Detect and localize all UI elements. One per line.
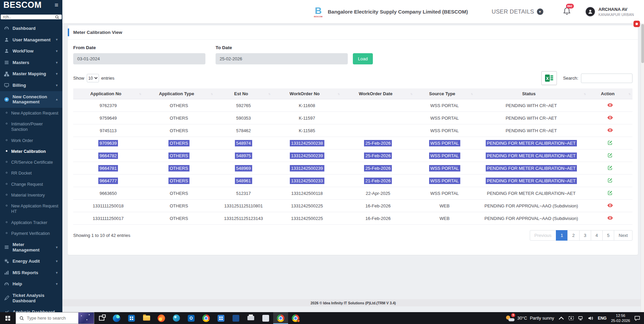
table-cell: PENDING FOR APPROVAL~AAO (Subdivision): [475, 212, 588, 225]
printer-app-icon[interactable]: [243, 312, 258, 324]
edit-action-icon[interactable]: [607, 153, 613, 158]
sidebar-subitem-new-application-request[interactable]: New Application Request: [0, 108, 62, 119]
to-date-input[interactable]: [216, 53, 348, 64]
sidebar-navigation: DashboardUser Management▼WorkFlow▼Master…: [0, 21, 62, 312]
page-button-2[interactable]: 2: [567, 230, 579, 241]
light-app-icon[interactable]: [258, 312, 273, 324]
page-button-1[interactable]: 1: [556, 230, 568, 241]
microsoft-store-icon[interactable]: [124, 312, 139, 324]
chrome-active-icon[interactable]: [273, 312, 288, 324]
sidebar-item-user-management[interactable]: User Management▼: [0, 34, 62, 46]
table-cell: PENDING FOR METER CALIBRATION~AET: [475, 162, 588, 175]
user-details-dropdown[interactable]: USER DETAILS ▼: [491, 8, 543, 15]
page-size-select[interactable]: 10: [87, 74, 99, 82]
view-action-icon[interactable]: [607, 115, 613, 120]
table-row: 9709639OTHERS548974133124250023825-Feb-2…: [73, 137, 632, 149]
sidebar-subitem-intimation-power-sanction[interactable]: Intimation/Power Sanction: [0, 119, 62, 135]
sidebar-item-workflow[interactable]: WorkFlow▼: [0, 45, 62, 57]
column-header-application-no[interactable]: Application No↑↓: [73, 88, 143, 99]
edge-browser-icon[interactable]: [109, 312, 124, 324]
taskbar-search[interactable]: [16, 312, 94, 324]
search-highlights-icon[interactable]: [78, 312, 94, 324]
column-header-est-no[interactable]: Est No↑↓: [215, 88, 272, 99]
sidebar-subitem-change-request[interactable]: Change Request: [0, 179, 62, 190]
action-center-icon[interactable]: [635, 316, 640, 321]
sidebar-subitem-meter-calibration[interactable]: Meter Calibration: [0, 146, 62, 157]
notifications-button[interactable]: 892: [563, 7, 571, 17]
cast-icon[interactable]: [568, 316, 574, 321]
table-search-input[interactable]: [581, 74, 632, 83]
next-page-button[interactable]: Next: [614, 230, 632, 241]
show-label: Show: [73, 76, 84, 81]
globe-app-icon[interactable]: [169, 312, 184, 324]
sidebar-item-ticket-analysis-dashboard[interactable]: Ticket Analysis Dashboard: [0, 290, 62, 306]
record-indicator-icon[interactable]: [633, 21, 640, 27]
sidebar-item-dashboard[interactable]: Dashboard: [0, 23, 62, 34]
sidebar-item-label: New Connection Management: [13, 94, 52, 105]
load-button[interactable]: Load: [353, 53, 373, 64]
scrollbar-thumb[interactable]: [641, 24, 644, 63]
export-excel-button[interactable]: X: [541, 71, 557, 85]
column-header-workorder-no[interactable]: WorkOrder No↑↓: [272, 88, 342, 99]
sidebar-item-meter-management[interactable]: Meter Management▼: [0, 239, 62, 256]
outlook-icon[interactable]: O: [184, 312, 199, 324]
start-button[interactable]: [0, 312, 16, 324]
table-cell: 548975: [215, 149, 272, 162]
taskbar-search-input[interactable]: [27, 316, 76, 321]
page-button-5[interactable]: 5: [602, 230, 614, 241]
firefox-browser-icon[interactable]: [154, 312, 169, 324]
page-scrollbar[interactable]: [641, 23, 644, 312]
sidebar-subitem-application-tracker[interactable]: Application Tracker: [0, 217, 62, 228]
sidebar-item-help[interactable]: Help▼: [0, 278, 62, 290]
sidebar-search-input[interactable]: rch..: [1, 15, 62, 19]
previous-page-button[interactable]: Previous: [530, 230, 557, 241]
column-header-workorder-date[interactable]: WorkOrder Date↑↓: [342, 88, 415, 99]
edit-action-icon[interactable]: [607, 178, 613, 183]
table-cell: 25-Feb-2026: [342, 137, 415, 149]
column-header-application-type[interactable]: Application Type↑↓: [143, 88, 215, 99]
sidebar-item-billing[interactable]: Billing▼: [0, 80, 62, 91]
sidebar-subitem-new-application-request-ht[interactable]: New Application Request HT: [0, 201, 62, 217]
from-date-input[interactable]: [73, 53, 205, 64]
chrome-browser-icon[interactable]: [199, 312, 214, 324]
sidebar-item-analysis-dashboard[interactable]: Analysis Dashboard: [0, 306, 62, 312]
sidebar-item-mis-reports[interactable]: MIS Reports▼: [0, 267, 62, 279]
navy-app-icon[interactable]: [228, 312, 243, 324]
sidebar-subitem-material-inventory[interactable]: Material Inventory: [0, 190, 62, 201]
sidebar-subitem-rr-docket[interactable]: RR Docket: [0, 168, 62, 179]
edit-action-icon[interactable]: [607, 165, 613, 170]
sidebar-subitem-cr-service-certificate[interactable]: CR/Service Certificate: [0, 157, 62, 168]
column-header-status[interactable]: Status↑↓: [475, 88, 588, 99]
language-indicator[interactable]: ENG: [598, 316, 607, 321]
view-action-icon[interactable]: [607, 203, 613, 208]
view-action-icon[interactable]: [607, 128, 613, 133]
task-view-button[interactable]: [94, 312, 109, 324]
volume-icon[interactable]: [588, 316, 593, 321]
sidebar-subitem-payment-verification[interactable]: Payment Verification: [0, 228, 62, 239]
view-action-icon[interactable]: [607, 216, 613, 220]
weather-widget[interactable]: 5 30°C Partly sunny: [506, 315, 554, 322]
sidebar-subitem-work-order[interactable]: Work Order: [0, 135, 62, 146]
tray-chevron-up-icon[interactable]: [559, 316, 564, 321]
file-explorer-icon[interactable]: [139, 312, 154, 324]
blue-app-icon[interactable]: [214, 312, 228, 324]
user-profile[interactable]: ARCHANA AV KANAKAPUR URBAN: [585, 6, 634, 17]
page-button-4[interactable]: 4: [591, 230, 603, 241]
column-header-source-type[interactable]: Source Type↑↓: [414, 88, 475, 99]
column-header-action[interactable]: Action↑↓: [588, 88, 632, 99]
table-row: 9759649OTHERS590353K-11597WSS PORTALPEND…: [73, 112, 632, 124]
sidebar-item-masters[interactable]: Masters▼: [0, 57, 62, 68]
page-button-3[interactable]: 3: [579, 230, 591, 241]
chevron-down-icon: ▼: [55, 84, 58, 87]
sidebar-item-master-mapping[interactable]: Master Mapping▼: [0, 68, 62, 80]
main-area: B BESCOM Bangalore Electricity Supply Co…: [62, 0, 644, 312]
sidebar-item-new-connection-management[interactable]: New Connection Management▲: [0, 91, 62, 108]
edit-action-icon[interactable]: [607, 190, 613, 195]
view-action-icon[interactable]: [607, 103, 613, 107]
hamburger-menu-icon[interactable]: ≡: [55, 1, 58, 9]
network-icon[interactable]: [578, 316, 584, 321]
sidebar-item-energy-audit[interactable]: Energy Audit▼: [0, 256, 62, 267]
chrome-profile-icon[interactable]: [288, 312, 303, 324]
clock[interactable]: 12:56 25-02-2026: [611, 313, 630, 323]
edit-action-icon[interactable]: [607, 140, 613, 145]
